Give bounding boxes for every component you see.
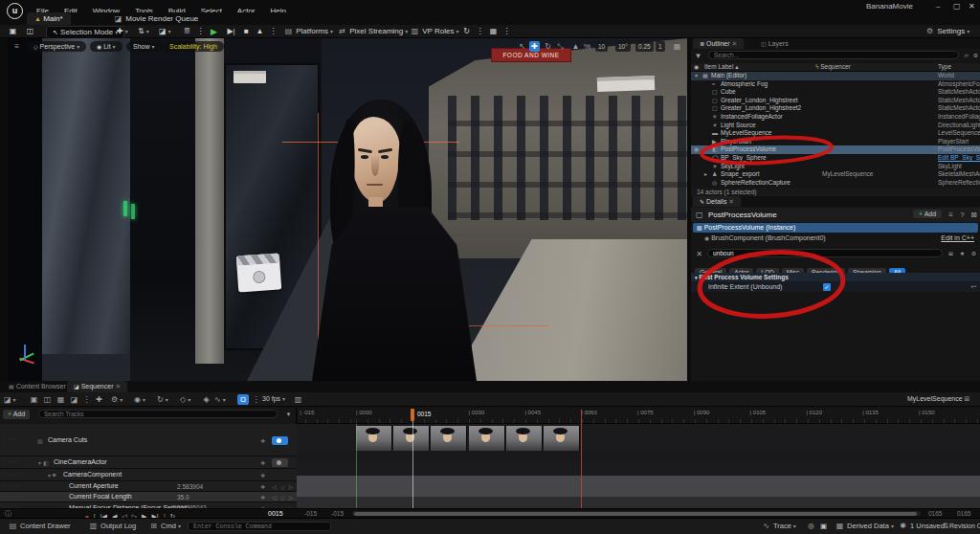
- close-tab-icon[interactable]: ✕: [728, 198, 734, 205]
- lit-dropdown[interactable]: ◉ Lit▾: [90, 41, 122, 52]
- eject-button[interactable]: ▲: [255, 26, 265, 37]
- col-item-label[interactable]: Item Label ▴: [704, 63, 738, 71]
- camera-cut-thumbnail[interactable]: [544, 426, 580, 451]
- sequencer-shortcut-icon[interactable]: 𝄜: [182, 26, 192, 37]
- clapperboard-billboard-icon[interactable]: [236, 253, 282, 292]
- tab-details[interactable]: ✎ Details ✕: [693, 196, 741, 207]
- seq-wrench-icon[interactable]: ⚙▾: [111, 394, 122, 406]
- show-dropdown[interactable]: Show▾: [126, 41, 162, 52]
- focus-lane[interactable]: [297, 497, 980, 508]
- trace-dropdown[interactable]: ∿ Trace▾: [761, 519, 796, 534]
- timeline-scrollbar[interactable]: [352, 511, 921, 516]
- rotate-tool-icon[interactable]: ↻: [543, 41, 553, 52]
- section-post-process-volume-settings[interactable]: ▾ Post Process Volume Settings: [691, 273, 980, 281]
- outliner-row[interactable]: ▢CubeStaticMeshActor: [691, 88, 980, 97]
- add-key-icon[interactable]: ✚: [260, 437, 265, 444]
- track-value[interactable]: 2.583904: [177, 483, 203, 490]
- outliner-row[interactable]: ☀SkyLightSkyLight: [691, 163, 980, 171]
- lock-icon[interactable]: ⊠: [965, 395, 970, 402]
- track-filter-icon[interactable]: ▼: [283, 410, 294, 420]
- kebab-icon[interactable]: ⋮: [195, 26, 206, 37]
- timeline-scrollbar-thumb[interactable]: [354, 512, 917, 516]
- outliner-row[interactable]: ▢Greater_London_HighstreetStaticMeshActo…: [691, 97, 980, 105]
- close-button[interactable]: ✕: [969, 2, 975, 11]
- seq-playback-options-icon[interactable]: ↻▾: [157, 394, 168, 406]
- property-lane-band[interactable]: [297, 476, 980, 497]
- add-actor-icon[interactable]: ✚▾: [117, 26, 128, 37]
- perspective-dropdown[interactable]: ◇ Perspective▾: [27, 41, 86, 52]
- edit-in-cpp-link[interactable]: Edit in C++: [941, 234, 974, 243]
- camera-toggle-button[interactable]: [272, 458, 288, 467]
- tab-sequencer[interactable]: ◪ Sequencer ✕: [67, 381, 127, 392]
- settings-dropdown[interactable]: ⚙ Settings▾: [924, 26, 969, 37]
- maximize-button[interactable]: ▢: [953, 2, 961, 11]
- select-tool-icon[interactable]: ↖: [517, 41, 527, 52]
- console-command-input[interactable]: [188, 522, 331, 531]
- unsaved-indicator[interactable]: ✱ 1 Unsaved: [898, 519, 945, 534]
- key-diamond-icon[interactable]: ◇: [280, 494, 285, 501]
- revision-control-dropdown[interactable]: ⇅Revision Control▾: [942, 519, 980, 534]
- add-component-button[interactable]: + Add: [913, 210, 942, 218]
- infinite-extent-checkbox[interactable]: ✓: [823, 283, 831, 291]
- cineactor-lane[interactable]: [297, 451, 980, 463]
- seq-autokey-icon[interactable]: ◈: [201, 394, 212, 405]
- seq-browse-icon[interactable]: ◫: [42, 394, 53, 405]
- scale-tool-icon[interactable]: ⤡: [555, 41, 566, 52]
- content-drawer-button[interactable]: ▤ Content Drawer: [8, 519, 71, 534]
- screenshot-icon[interactable]: ▣: [818, 519, 829, 534]
- seq-render-icon[interactable]: ◉▾: [134, 394, 145, 406]
- outliner-search-input[interactable]: [708, 51, 959, 59]
- prev-key-icon[interactable]: ◁: [272, 494, 277, 501]
- add-key-icon[interactable]: ✚: [260, 483, 265, 490]
- outliner-row[interactable]: ◯BP_Sky_SphereEdit BP_Sky_Sphe: [691, 154, 980, 163]
- outliner-settings-icon[interactable]: ⚙: [970, 51, 980, 61]
- component-instance-row[interactable]: ▧ PostProcessVolume (Instance): [693, 223, 978, 233]
- vp-roles-dropdown[interactable]: ▥ VP Roles▾: [410, 26, 458, 37]
- save-icon[interactable]: ▣: [8, 26, 18, 37]
- add-key-icon[interactable]: ✚: [260, 494, 265, 501]
- playback-end-marker[interactable]: [581, 410, 582, 508]
- current-frame-display[interactable]: 0015: [268, 509, 283, 518]
- info-icon[interactable]: ⓘ: [5, 509, 11, 518]
- close-tab-icon[interactable]: ✕: [115, 383, 121, 389]
- col-sequencer[interactable]: ϟ Sequencer: [815, 63, 851, 71]
- key-diamond-icon[interactable]: ◇: [280, 483, 285, 490]
- view-range-start[interactable]: -015: [304, 510, 317, 517]
- eye-icon[interactable]: ◉: [694, 145, 699, 154]
- play-options-kebab-icon[interactable]: ⋮: [268, 26, 278, 37]
- expander-icon[interactable]: ▾: [48, 472, 51, 478]
- clear-search-icon[interactable]: ✕: [694, 249, 704, 259]
- outliner-row[interactable]: ▬MyLevelSequenceLevelSequenceAct: [691, 129, 980, 138]
- timeline-area[interactable]: | -015| 0000| 0030| 0045| 0060| 0075| 00…: [297, 408, 980, 508]
- prev-key-icon[interactable]: ◁: [272, 483, 277, 490]
- layer-snap-icon[interactable]: %: [582, 41, 592, 52]
- expander-icon[interactable]: ▾: [695, 72, 698, 80]
- minimize-button[interactable]: –: [936, 2, 940, 11]
- camera-cut-thumbnail[interactable]: [431, 426, 467, 451]
- lock-icon[interactable]: ⊠: [969, 210, 979, 220]
- seq-kebab-icon[interactable]: ⋮: [81, 394, 92, 405]
- eye-icon[interactable]: ◉: [694, 63, 699, 71]
- derived-data-dropdown[interactable]: ▦ Derived Data▾: [835, 519, 894, 534]
- track-row-prop[interactable]: ◦◦◦◦Current Focal Length35.0✚◁◇▷: [0, 492, 297, 502]
- expander-icon[interactable]: ▸: [704, 170, 707, 179]
- outliner-filter-icon[interactable]: ▼: [693, 51, 703, 61]
- tab-main-level[interactable]: ▲ Main*: [27, 12, 71, 25]
- tab-outliner[interactable]: ≣ Outliner ✕: [693, 38, 744, 49]
- platforms-dropdown[interactable]: ▤ Platforms▾: [283, 26, 333, 37]
- track-row-camcomp[interactable]: ◦◦◦◦CameraComponent▾■✚: [0, 469, 297, 481]
- recompile-icon[interactable]: ↻: [461, 26, 472, 37]
- seq-create-camera-icon[interactable]: ▦: [56, 394, 66, 405]
- surface-snap-icon[interactable]: ▲: [570, 41, 581, 52]
- camera-speed-value[interactable]: 1: [656, 41, 665, 52]
- blueprints-icon[interactable]: ⇅▾: [138, 26, 149, 37]
- outliner-row[interactable]: ◎SphereReflectionCaptureSphereReflection…: [691, 179, 980, 188]
- cmd-dropdown[interactable]: ⊞ Cmd▾: [148, 519, 181, 534]
- tab-content-browser[interactable]: ▤ Content Browser: [2, 381, 73, 392]
- scale-snap-value[interactable]: 0.25: [635, 41, 654, 52]
- outliner-row[interactable]: ▶PlayerStartPlayerStart: [691, 138, 980, 146]
- playhead-line[interactable]: [412, 421, 413, 508]
- maximize-viewport-icon[interactable]: ▦: [672, 41, 682, 52]
- level-viewport[interactable]: FOOD AND WINE: [8, 38, 687, 381]
- track-row-camactor[interactable]: ◦◦◦◦CineCameraActor▾◧✚: [0, 456, 297, 469]
